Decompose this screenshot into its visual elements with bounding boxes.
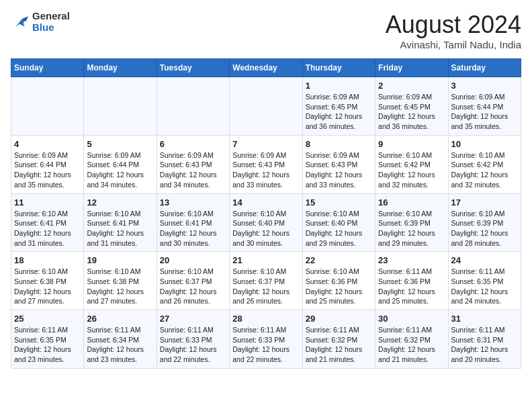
logo: General Blue bbox=[11, 11, 70, 33]
calendar-cell: 1Sunrise: 6:09 AM Sunset: 6:45 PM Daylig… bbox=[302, 77, 375, 136]
day-info: Sunrise: 6:10 AM Sunset: 6:37 PM Dayligh… bbox=[160, 267, 226, 306]
day-number: 10 bbox=[451, 139, 518, 149]
day-info: Sunrise: 6:09 AM Sunset: 6:45 PM Dayligh… bbox=[306, 92, 372, 132]
calendar-cell: 31Sunrise: 6:11 AM Sunset: 6:31 PM Dayli… bbox=[448, 310, 521, 369]
day-info: Sunrise: 6:11 AM Sunset: 6:34 PM Dayligh… bbox=[87, 325, 153, 365]
calendar-cell: 17Sunrise: 6:10 AM Sunset: 6:39 PM Dayli… bbox=[448, 193, 521, 252]
day-info: Sunrise: 6:10 AM Sunset: 6:39 PM Dayligh… bbox=[378, 209, 445, 248]
calendar-cell: 9Sunrise: 6:10 AM Sunset: 6:42 PM Daylig… bbox=[375, 135, 448, 193]
day-number: 22 bbox=[306, 255, 372, 265]
day-number: 24 bbox=[451, 255, 518, 265]
day-number: 4 bbox=[14, 139, 81, 149]
day-number: 27 bbox=[160, 314, 226, 324]
day-number: 9 bbox=[378, 139, 445, 149]
day-number: 28 bbox=[232, 314, 299, 324]
calendar-cell: 2Sunrise: 6:09 AM Sunset: 6:45 PM Daylig… bbox=[375, 77, 448, 136]
day-info: Sunrise: 6:09 AM Sunset: 6:43 PM Dayligh… bbox=[232, 150, 299, 190]
day-info: Sunrise: 6:11 AM Sunset: 6:33 PM Dayligh… bbox=[232, 325, 299, 365]
day-number: 23 bbox=[378, 255, 445, 265]
weekday-header-friday: Friday bbox=[375, 59, 448, 77]
calendar-cell: 18Sunrise: 6:10 AM Sunset: 6:38 PM Dayli… bbox=[11, 252, 84, 310]
day-number: 13 bbox=[160, 197, 226, 208]
calendar-cell: 3Sunrise: 6:09 AM Sunset: 6:44 PM Daylig… bbox=[448, 77, 521, 136]
day-number: 20 bbox=[160, 255, 226, 265]
calendar-cell: 13Sunrise: 6:10 AM Sunset: 6:41 PM Dayli… bbox=[157, 193, 229, 252]
day-number: 12 bbox=[87, 197, 153, 208]
calendar-table: SundayMondayTuesdayWednesdayThursdayFrid… bbox=[11, 58, 521, 369]
day-info: Sunrise: 6:09 AM Sunset: 6:45 PM Dayligh… bbox=[378, 92, 445, 132]
calendar-cell: 24Sunrise: 6:11 AM Sunset: 6:35 PM Dayli… bbox=[448, 252, 521, 310]
calendar-cell: 8Sunrise: 6:09 AM Sunset: 6:43 PM Daylig… bbox=[302, 135, 375, 193]
day-number: 1 bbox=[306, 81, 372, 91]
day-number: 19 bbox=[87, 255, 153, 265]
calendar-cell: 19Sunrise: 6:10 AM Sunset: 6:38 PM Dayli… bbox=[84, 252, 157, 310]
calendar-cell bbox=[230, 77, 302, 136]
week-row-1: 1Sunrise: 6:09 AM Sunset: 6:45 PM Daylig… bbox=[11, 77, 521, 136]
calendar-cell: 16Sunrise: 6:10 AM Sunset: 6:39 PM Dayli… bbox=[375, 193, 448, 252]
calendar-cell: 26Sunrise: 6:11 AM Sunset: 6:34 PM Dayli… bbox=[84, 310, 157, 369]
page-header: General Blue August 2024 Avinashi, Tamil… bbox=[11, 11, 521, 50]
calendar-cell: 12Sunrise: 6:10 AM Sunset: 6:41 PM Dayli… bbox=[84, 193, 157, 252]
day-info: Sunrise: 6:10 AM Sunset: 6:41 PM Dayligh… bbox=[87, 209, 153, 248]
calendar-cell: 25Sunrise: 6:11 AM Sunset: 6:35 PM Dayli… bbox=[11, 310, 84, 369]
day-number: 8 bbox=[306, 139, 372, 149]
location: Avinashi, Tamil Nadu, India bbox=[386, 39, 521, 50]
day-info: Sunrise: 6:10 AM Sunset: 6:42 PM Dayligh… bbox=[378, 150, 445, 190]
day-number: 15 bbox=[306, 197, 372, 208]
day-info: Sunrise: 6:09 AM Sunset: 6:44 PM Dayligh… bbox=[14, 150, 81, 190]
calendar-cell bbox=[11, 77, 84, 136]
day-number: 3 bbox=[451, 81, 518, 91]
calendar-cell: 23Sunrise: 6:11 AM Sunset: 6:36 PM Dayli… bbox=[375, 252, 448, 310]
calendar-cell: 22Sunrise: 6:10 AM Sunset: 6:36 PM Dayli… bbox=[302, 252, 375, 310]
day-info: Sunrise: 6:11 AM Sunset: 6:32 PM Dayligh… bbox=[306, 325, 372, 365]
weekday-header-sunday: Sunday bbox=[11, 59, 84, 77]
day-number: 16 bbox=[378, 197, 445, 208]
day-info: Sunrise: 6:11 AM Sunset: 6:35 PM Dayligh… bbox=[451, 267, 518, 306]
week-row-5: 25Sunrise: 6:11 AM Sunset: 6:35 PM Dayli… bbox=[11, 310, 521, 369]
day-info: Sunrise: 6:10 AM Sunset: 6:36 PM Dayligh… bbox=[306, 267, 372, 306]
calendar-cell: 5Sunrise: 6:09 AM Sunset: 6:44 PM Daylig… bbox=[84, 135, 157, 193]
calendar-cell: 20Sunrise: 6:10 AM Sunset: 6:37 PM Dayli… bbox=[157, 252, 229, 310]
day-info: Sunrise: 6:09 AM Sunset: 6:44 PM Dayligh… bbox=[451, 92, 518, 132]
weekday-header-monday: Monday bbox=[84, 59, 157, 77]
logo-bird-icon bbox=[11, 13, 30, 32]
weekday-header-row: SundayMondayTuesdayWednesdayThursdayFrid… bbox=[11, 59, 521, 77]
day-number: 21 bbox=[232, 255, 299, 265]
calendar-cell: 6Sunrise: 6:09 AM Sunset: 6:43 PM Daylig… bbox=[157, 135, 229, 193]
calendar-cell: 11Sunrise: 6:10 AM Sunset: 6:41 PM Dayli… bbox=[11, 193, 84, 252]
week-row-2: 4Sunrise: 6:09 AM Sunset: 6:44 PM Daylig… bbox=[11, 135, 521, 193]
day-number: 25 bbox=[14, 314, 81, 324]
calendar-cell bbox=[157, 77, 229, 136]
weekday-header-tuesday: Tuesday bbox=[157, 59, 229, 77]
logo-text: General Blue bbox=[32, 11, 70, 33]
calendar-cell: 21Sunrise: 6:10 AM Sunset: 6:37 PM Dayli… bbox=[230, 252, 302, 310]
day-number: 26 bbox=[87, 314, 153, 324]
calendar-cell: 30Sunrise: 6:11 AM Sunset: 6:32 PM Dayli… bbox=[375, 310, 448, 369]
day-number: 6 bbox=[160, 139, 226, 149]
calendar-cell: 14Sunrise: 6:10 AM Sunset: 6:40 PM Dayli… bbox=[230, 193, 302, 252]
title-block: August 2024 Avinashi, Tamil Nadu, India bbox=[386, 11, 521, 50]
day-number: 5 bbox=[87, 139, 153, 149]
day-info: Sunrise: 6:10 AM Sunset: 6:41 PM Dayligh… bbox=[14, 209, 81, 248]
day-info: Sunrise: 6:09 AM Sunset: 6:43 PM Dayligh… bbox=[306, 150, 372, 190]
day-info: Sunrise: 6:10 AM Sunset: 6:40 PM Dayligh… bbox=[306, 209, 372, 248]
calendar-cell: 10Sunrise: 6:10 AM Sunset: 6:42 PM Dayli… bbox=[448, 135, 521, 193]
calendar-cell: 4Sunrise: 6:09 AM Sunset: 6:44 PM Daylig… bbox=[11, 135, 84, 193]
day-info: Sunrise: 6:10 AM Sunset: 6:42 PM Dayligh… bbox=[451, 150, 518, 190]
day-info: Sunrise: 6:11 AM Sunset: 6:35 PM Dayligh… bbox=[14, 325, 81, 365]
day-info: Sunrise: 6:11 AM Sunset: 6:33 PM Dayligh… bbox=[160, 325, 226, 365]
day-number: 14 bbox=[232, 197, 299, 208]
day-info: Sunrise: 6:10 AM Sunset: 6:37 PM Dayligh… bbox=[232, 267, 299, 306]
day-info: Sunrise: 6:09 AM Sunset: 6:43 PM Dayligh… bbox=[160, 150, 226, 190]
day-info: Sunrise: 6:10 AM Sunset: 6:38 PM Dayligh… bbox=[14, 267, 81, 306]
day-number: 31 bbox=[451, 314, 518, 324]
day-info: Sunrise: 6:11 AM Sunset: 6:32 PM Dayligh… bbox=[378, 325, 445, 365]
day-number: 29 bbox=[306, 314, 372, 324]
day-number: 2 bbox=[378, 81, 445, 91]
week-row-4: 18Sunrise: 6:10 AM Sunset: 6:38 PM Dayli… bbox=[11, 252, 521, 310]
calendar-cell: 28Sunrise: 6:11 AM Sunset: 6:33 PM Dayli… bbox=[230, 310, 302, 369]
calendar-cell: 15Sunrise: 6:10 AM Sunset: 6:40 PM Dayli… bbox=[302, 193, 375, 252]
weekday-header-wednesday: Wednesday bbox=[230, 59, 302, 77]
week-row-3: 11Sunrise: 6:10 AM Sunset: 6:41 PM Dayli… bbox=[11, 193, 521, 252]
day-number: 17 bbox=[451, 197, 518, 208]
